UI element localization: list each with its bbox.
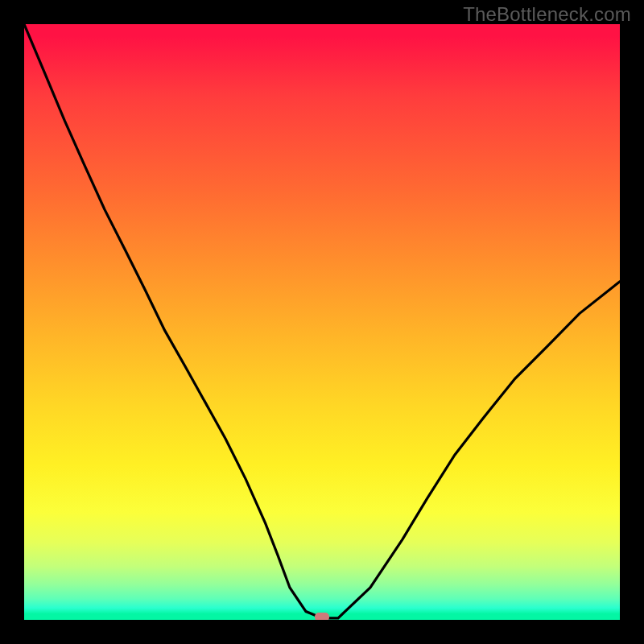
watermark-text: TheBottleneck.com (463, 3, 631, 26)
plot-area (24, 24, 620, 620)
chart-container: TheBottleneck.com (0, 0, 644, 644)
min-marker (315, 613, 329, 620)
bottleneck-curve (24, 24, 620, 620)
